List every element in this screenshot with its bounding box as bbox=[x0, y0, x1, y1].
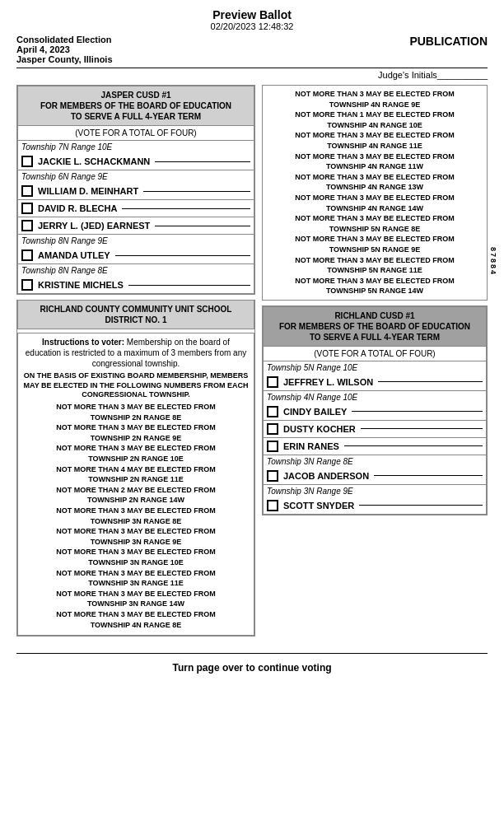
top-info-row: Consolidated Election April 4, 2023 Jasp… bbox=[16, 35, 488, 64]
not-more-list-right-top: NOT MORE THAN 3 MAY BE ELECTED FROMTOWNS… bbox=[263, 86, 487, 300]
not-more-list-left: NOT MORE THAN 3 MAY BE ELECTED FROMTOWNS… bbox=[23, 400, 249, 632]
candidate-checkbox[interactable] bbox=[21, 220, 33, 231]
richland-township-5n: Township 5N Range 10E bbox=[263, 361, 487, 374]
ballot-header: Preview Ballot 02/20/2023 12:48:32 bbox=[16, 8, 488, 31]
candidate-row: JERRY L. (JED) EARNEST bbox=[17, 217, 254, 235]
candidate-checkbox[interactable] bbox=[267, 423, 278, 435]
ballot-columns: JASPER CUSD #1 FOR MEMBERS OF THE BOARD … bbox=[16, 85, 488, 636]
ballot-date: 02/20/2023 12:48:32 bbox=[16, 21, 488, 31]
instructions-title: Instructions to voter: Membership on the… bbox=[23, 337, 249, 369]
candidate-row: JACOB ANDERSON bbox=[263, 468, 487, 485]
candidate-checkbox[interactable] bbox=[21, 279, 33, 291]
election-date: April 4, 2023 bbox=[16, 44, 113, 54]
candidate-row: AMANDA UTLEY bbox=[17, 247, 254, 264]
richland-county-section: RICHLAND COUNTY COMMUNITY UNIT SCHOOL DI… bbox=[16, 300, 255, 636]
ballot-title: Preview Ballot bbox=[16, 8, 488, 21]
left-column: JASPER CUSD #1 FOR MEMBERS OF THE BOARD … bbox=[16, 85, 255, 636]
candidate-checkbox[interactable] bbox=[267, 470, 278, 482]
jasper-cusd-header: JASPER CUSD #1 FOR MEMBERS OF THE BOARD … bbox=[17, 86, 254, 126]
richland-not-more-top: NOT MORE THAN 3 MAY BE ELECTED FROMTOWNS… bbox=[262, 85, 488, 301]
candidate-row: DUSTY KOCHER bbox=[263, 421, 487, 438]
candidate-checkbox[interactable] bbox=[21, 156, 33, 167]
candidate-row: DAVID R. BLECHA bbox=[17, 200, 254, 217]
candidate-checkbox[interactable] bbox=[21, 249, 33, 261]
jasper-township-1: Township 7N Range 10E bbox=[17, 141, 254, 153]
ballot-page: Preview Ballot 02/20/2023 12:48:32 Conso… bbox=[0, 0, 504, 830]
richland-vote-total: (VOTE FOR A TOTAL OF FOUR) bbox=[263, 347, 487, 361]
judges-initials-line: Judge's Initials__________ bbox=[16, 68, 488, 80]
candidate-checkbox[interactable] bbox=[267, 441, 278, 452]
candidate-checkbox[interactable] bbox=[267, 500, 278, 511]
candidate-row: KRISTINE MICHELS bbox=[17, 277, 254, 294]
instructions-box: Instructions to voter: Membership on the… bbox=[17, 333, 254, 636]
jasper-cusd-section: JASPER CUSD #1 FOR MEMBERS OF THE BOARD … bbox=[16, 85, 255, 295]
richland-cusd-header: RICHLAND CUSD #1 FOR MEMBERS OF THE BOAR… bbox=[263, 306, 487, 347]
right-column: NOT MORE THAN 3 MAY BE ELECTED FROMTOWNS… bbox=[262, 85, 488, 636]
candidate-checkbox[interactable] bbox=[267, 406, 278, 417]
candidate-row: ERIN RANES bbox=[263, 438, 487, 455]
barcode: 87884 bbox=[489, 247, 497, 276]
publication-label: PUBLICATION bbox=[409, 35, 488, 48]
candidate-checkbox[interactable] bbox=[21, 203, 33, 214]
ballot-footer: Turn page over to continue voting bbox=[16, 653, 488, 674]
richland-county-header: RICHLAND COUNTY COMMUNITY UNIT SCHOOL DI… bbox=[17, 300, 254, 329]
jasper-vote-total: (VOTE FOR A TOTAL OF FOUR) bbox=[17, 126, 254, 141]
candidate-row: JACKIE L. SCHACKMANN bbox=[17, 153, 254, 170]
candidate-row: WILLIAM D. MEINHART bbox=[17, 183, 254, 200]
candidate-checkbox[interactable] bbox=[267, 376, 278, 388]
election-county: Jasper County, Illinois bbox=[16, 54, 113, 64]
richland-cusd-section: RICHLAND CUSD #1 FOR MEMBERS OF THE BOAR… bbox=[262, 305, 488, 515]
candidate-row: JEFFREY L. WILSON bbox=[263, 374, 487, 391]
candidate-row: SCOTT SNYDER bbox=[263, 497, 487, 515]
election-info: Consolidated Election April 4, 2023 Jasp… bbox=[16, 35, 113, 64]
candidate-checkbox[interactable] bbox=[21, 185, 33, 197]
election-type: Consolidated Election bbox=[16, 35, 113, 44]
candidate-row: CINDY BAILEY bbox=[263, 403, 487, 421]
instructions-bold: ON THE BASIS OF EXISTING BOARD MEMBERSHI… bbox=[23, 371, 249, 400]
